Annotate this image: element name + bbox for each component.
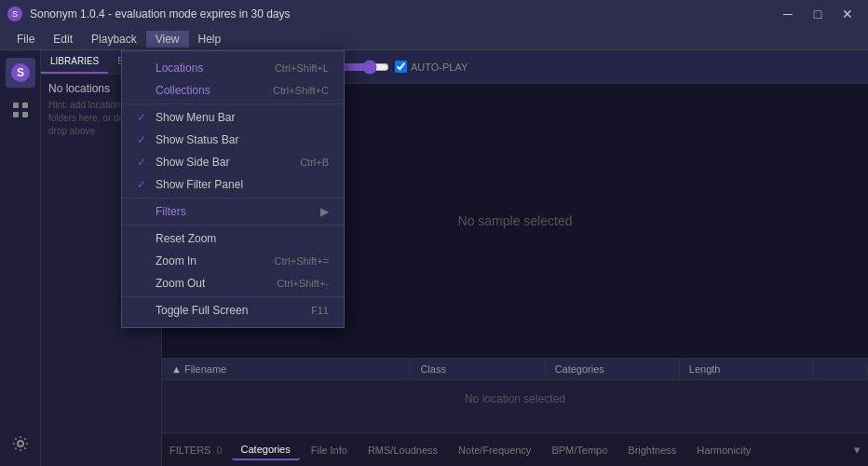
- sidebar-icon-settings[interactable]: [6, 429, 35, 459]
- dropdown-show-statusbar-label: Show Status Bar: [156, 133, 238, 146]
- filter-tab-note[interactable]: Note/Frequency: [449, 441, 540, 459]
- dropdown-show-sidebar[interactable]: ✓ Show Side Bar Ctrl+B: [122, 151, 344, 173]
- col-extra: [814, 364, 868, 374]
- check-filterpanel-icon: ✓: [137, 178, 152, 191]
- dropdown-show-sidebar-label: Show Side Bar: [156, 156, 229, 169]
- dropdown-section-fullscreen: Toggle Full Screen F11: [122, 296, 344, 323]
- autoplay-checkbox[interactable]: [395, 61, 407, 73]
- check-menubar-icon: ✓: [137, 111, 152, 124]
- app-icon: S: [7, 7, 22, 21]
- autoplay-label: AUTO-PLAY: [395, 61, 468, 73]
- tab-libraries[interactable]: LIBRARIES: [41, 50, 108, 74]
- dropdown-toggle-fullscreen-shortcut: F11: [311, 305, 329, 316]
- table-header: ▲ Filename Class Categories Length: [162, 359, 868, 380]
- dropdown-show-filterpanel-label: Show Filter Panel: [156, 178, 243, 191]
- dropdown-locations[interactable]: Locations Ctrl+Shift+L: [122, 57, 344, 79]
- dropdown-collections-shortcut: Ctrl+Shift+C: [273, 85, 329, 96]
- filter-bar: FILTERS 0 Categories File Info RMS/Loudn…: [162, 432, 868, 466]
- dropdown-show-filterpanel[interactable]: ✓ Show Filter Panel: [122, 173, 344, 196]
- dropdown-zoom-out[interactable]: Zoom Out Ctrl+Shift+-: [122, 272, 344, 295]
- filter-tab-brightness[interactable]: Brightness: [618, 441, 685, 459]
- arrow-icon: ▶: [320, 205, 329, 218]
- filter-label: FILTERS: [170, 445, 210, 456]
- filter-tab-categories[interactable]: Categories: [232, 440, 300, 460]
- menu-help[interactable]: Help: [189, 31, 231, 48]
- col-filename: ▲ Filename: [162, 359, 411, 379]
- title-bar-controls: ─ □ ✕: [775, 5, 861, 23]
- maximize-button[interactable]: □: [805, 5, 831, 23]
- bottom-icons: [6, 429, 35, 466]
- no-location-label: No location selected: [465, 392, 565, 405]
- menu-playback[interactable]: Playback: [82, 31, 146, 48]
- dropdown-zoom-in[interactable]: Zoom In Ctrl+Shift+=: [122, 250, 344, 272]
- svg-rect-3: [22, 103, 28, 108]
- check-statusbar-icon: ✓: [137, 133, 152, 146]
- filter-tab-rms[interactable]: RMS/Loudness: [359, 441, 447, 459]
- sidebar-icon-logo[interactable]: S: [6, 58, 35, 88]
- dropdown-locations-shortcut: Ctrl+Shift+L: [275, 62, 329, 74]
- dropdown-section-show: ✓ Show Menu Bar ✓ Show Status Bar ✓ Show…: [122, 103, 344, 198]
- dropdown-filters-label: Filters: [156, 205, 186, 218]
- sidebar-icon-grid[interactable]: [6, 95, 35, 125]
- filter-tab-fileinfo[interactable]: File Info: [302, 441, 357, 459]
- dropdown-show-sidebar-shortcut: Ctrl+B: [300, 157, 329, 168]
- svg-rect-2: [13, 103, 19, 108]
- svg-rect-4: [13, 112, 19, 117]
- col-categories: Categories: [546, 359, 680, 379]
- dropdown-locations-label: Locations: [156, 62, 203, 75]
- app-title: Sononym 1.0.4 - evaluation mode expires …: [30, 7, 291, 21]
- close-button[interactable]: ✕: [834, 5, 861, 23]
- filter-tab-harmonicity[interactable]: Harmonicity: [687, 441, 760, 459]
- dropdown-reset-zoom-label: Reset Zoom: [156, 232, 216, 245]
- dropdown-section-zoom: Reset Zoom Zoom In Ctrl+Shift+= Zoom Out…: [122, 225, 344, 296]
- dropdown-zoom-in-shortcut: Ctrl+Shift+=: [275, 255, 329, 267]
- dropdown-filters[interactable]: Filters ▶: [122, 200, 344, 223]
- icon-sidebar: S: [0, 50, 41, 466]
- table-area: ▲ Filename Class Categories Length No lo…: [162, 358, 868, 432]
- col-length: Length: [680, 359, 814, 379]
- title-bar: S Sononym 1.0.4 - evaluation mode expire…: [0, 0, 868, 28]
- dropdown-section-locations: Locations Ctrl+Shift+L Collections Ctrl+…: [122, 55, 344, 103]
- minimize-button[interactable]: ─: [775, 5, 801, 23]
- dropdown-show-statusbar[interactable]: ✓ Show Status Bar: [122, 129, 344, 151]
- dropdown-collections-label: Collections: [156, 84, 210, 97]
- dropdown-toggle-fullscreen-label: Toggle Full Screen: [156, 304, 248, 317]
- dropdown-show-menubar[interactable]: ✓ Show Menu Bar: [122, 106, 344, 129]
- svg-text:S: S: [16, 66, 23, 79]
- menu-view[interactable]: View: [146, 31, 189, 48]
- menu-edit[interactable]: Edit: [44, 31, 82, 48]
- menu-file[interactable]: File: [7, 31, 44, 48]
- dropdown-zoom-out-label: Zoom Out: [156, 277, 205, 290]
- dropdown-show-menubar-label: Show Menu Bar: [156, 111, 235, 124]
- svg-point-6: [18, 441, 23, 446]
- dropdown-zoom-out-shortcut: Ctrl+Shift+-: [277, 278, 329, 289]
- view-dropdown-menu: Locations Ctrl+Shift+L Collections Ctrl+…: [121, 50, 345, 328]
- menu-bar: File Edit Playback View Help: [0, 28, 868, 50]
- filter-expand-icon[interactable]: ▾: [854, 443, 861, 457]
- check-sidebar-icon: ✓: [137, 156, 152, 169]
- no-sample-label: No sample selected: [458, 213, 573, 228]
- dropdown-collections[interactable]: Collections Ctrl+Shift+C: [122, 79, 344, 102]
- dropdown-toggle-fullscreen[interactable]: Toggle Full Screen F11: [122, 299, 344, 322]
- title-bar-left: S Sononym 1.0.4 - evaluation mode expire…: [7, 7, 291, 21]
- dropdown-zoom-in-label: Zoom In: [156, 254, 197, 267]
- table-body: No location selected: [162, 380, 868, 418]
- svg-rect-5: [22, 112, 28, 117]
- filter-tab-bpm[interactable]: BPM/Tempo: [542, 441, 617, 459]
- col-class: Class: [411, 359, 545, 379]
- dropdown-reset-zoom[interactable]: Reset Zoom: [122, 227, 344, 250]
- dropdown-section-filters: Filters ▶: [122, 198, 344, 225]
- filter-count: 0: [216, 445, 222, 456]
